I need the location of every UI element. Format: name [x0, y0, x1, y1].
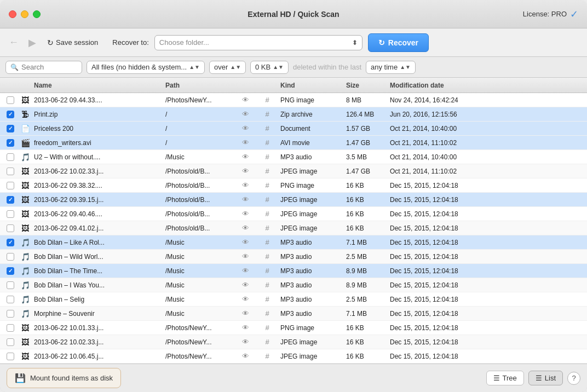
row-hash-11[interactable]: # [256, 252, 278, 261]
header-path[interactable]: Path [163, 82, 234, 89]
row-hash-6[interactable]: # [256, 181, 278, 189]
row-hash-14[interactable]: # [256, 295, 278, 303]
row-checkbox-9[interactable] [2, 224, 19, 232]
size-filter[interactable]: over ▲▼ [209, 61, 246, 74]
row-hash-4[interactable]: # [256, 153, 278, 161]
row-checkbox-1[interactable] [2, 111, 19, 118]
row-eye-11[interactable]: 👁 [234, 252, 256, 261]
row-checkbox-5[interactable] [2, 168, 19, 175]
row-checkbox-8[interactable] [2, 210, 19, 218]
row-checkbox-3[interactable] [2, 139, 19, 147]
table-row[interactable]: 🎬 freedom_writers.avi / 👁 # AVI movie 1.… [0, 136, 587, 150]
row-checkbox-11[interactable] [2, 253, 19, 261]
row-checkbox-18[interactable] [2, 353, 19, 360]
table-row[interactable]: 🖼 2013-06-22 10.01.33.j... /Photos/NewY.… [0, 321, 587, 335]
row-eye-5[interactable]: 👁 [234, 167, 256, 175]
header-name[interactable]: Name [32, 82, 163, 89]
table-row[interactable]: 🖼 2013-06-22 09.38.32.... /Photos/old/B.… [0, 178, 587, 193]
row-hash-9[interactable]: # [256, 224, 278, 232]
table-row[interactable]: 🎵 Morphine – Souvenir /Music 👁 # MP3 aud… [0, 307, 587, 321]
table-row[interactable]: 🎵 Bob Dilan – Like A Rol... /Music 👁 # M… [0, 235, 587, 250]
row-eye-8[interactable]: 👁 [234, 210, 256, 218]
file-type-filter[interactable]: All files (no hidden & system... ▲▼ [87, 61, 205, 74]
table-row[interactable]: 🖼 2013-06-22 09.39.15.j... /Photos/old/B… [0, 193, 587, 207]
row-hash-3[interactable]: # [256, 139, 278, 147]
row-hash-12[interactable]: # [256, 267, 278, 275]
row-eye-3[interactable]: 👁 [234, 139, 256, 147]
size-value-filter[interactable]: 0 KB ▲▼ [250, 61, 289, 74]
row-hash-1[interactable]: # [256, 110, 278, 118]
row-eye-17[interactable]: 👁 [234, 338, 256, 346]
table-row[interactable]: 🖼 2013-06-22 10.06.45.j... /Photos/NewY.… [0, 349, 587, 364]
row-eye-0[interactable]: 👁 [234, 96, 256, 104]
table-row[interactable]: 🎵 Bob Dilan – Selig /Music 👁 # MP3 audio… [0, 292, 587, 307]
row-checkbox-7[interactable] [2, 196, 19, 204]
table-row[interactable]: 🎵 U2 – With or without.... /Music 👁 # MP… [0, 150, 587, 164]
header-size[interactable]: Size [344, 82, 388, 89]
row-checkbox-12[interactable] [2, 267, 19, 275]
row-hash-2[interactable]: # [256, 124, 278, 132]
row-eye-6[interactable]: 👁 [234, 181, 256, 189]
row-checkbox-14[interactable] [2, 296, 19, 303]
play-button[interactable]: ▶ [26, 36, 38, 50]
row-hash-10[interactable]: # [256, 238, 278, 246]
row-eye-18[interactable]: 👁 [234, 352, 256, 360]
row-eye-10[interactable]: 👁 [234, 238, 256, 246]
row-checkbox-2[interactable] [2, 125, 19, 132]
row-checkbox-17[interactable] [2, 338, 19, 346]
row-eye-7[interactable]: 👁 [234, 195, 256, 204]
search-input[interactable] [21, 63, 65, 71]
table-row[interactable]: 🎵 Bob Dilan – Wild Worl... /Music 👁 # MP… [0, 250, 587, 264]
row-hash-8[interactable]: # [256, 210, 278, 218]
close-button[interactable] [9, 10, 16, 18]
row-path-4: /Music [163, 153, 234, 161]
row-checkbox-0[interactable] [2, 96, 19, 104]
row-checkbox-13[interactable] [2, 281, 19, 289]
table-row[interactable]: 🖼 2013-06-22 10.02.33.j... /Photos/old/B… [0, 164, 587, 178]
table-row[interactable]: 🖼 2013-06-22 09.40.46.... /Photos/old/B.… [0, 207, 587, 221]
table-row[interactable]: 🗜 Print.zip / 👁 # Zip archive 126.4 MB J… [0, 107, 587, 122]
back-button[interactable]: ← [7, 36, 21, 49]
row-eye-14[interactable]: 👁 [234, 295, 256, 303]
row-hash-13[interactable]: # [256, 281, 278, 289]
header-modified[interactable]: Modification date [388, 82, 585, 89]
row-eye-15[interactable]: 👁 [234, 309, 256, 318]
row-eye-13[interactable]: 👁 [234, 281, 256, 289]
save-session-button[interactable]: ↻ Save session [44, 36, 101, 49]
row-hash-16[interactable]: # [256, 324, 278, 332]
help-button[interactable]: ? [567, 372, 580, 385]
row-hash-7[interactable]: # [256, 195, 278, 204]
row-hash-15[interactable]: # [256, 309, 278, 318]
row-hash-0[interactable]: # [256, 96, 278, 104]
list-view-button[interactable]: ☰ List [528, 371, 563, 385]
header-kind[interactable]: Kind [278, 82, 344, 89]
table-row[interactable]: 🖼 2013-06-22 09.44.33.... /Photos/NewY..… [0, 93, 587, 107]
row-hash-18[interactable]: # [256, 352, 278, 360]
row-checkbox-6[interactable] [2, 182, 19, 189]
minimize-button[interactable] [21, 10, 28, 18]
time-filter[interactable]: any time ▲▼ [366, 61, 416, 74]
table-row[interactable]: 📄 Priceless 200 / 👁 # Document 1.57 GB O… [0, 122, 587, 136]
folder-select[interactable]: Choose folder... ⬍ [154, 35, 362, 50]
recover-button[interactable]: ↻ Recover [368, 33, 429, 52]
row-checkbox-10[interactable] [2, 239, 19, 246]
search-box[interactable]: 🔍 [5, 61, 82, 74]
table-row[interactable]: 🎵 Bob Dilan – The Time... /Music 👁 # MP3… [0, 264, 587, 278]
mount-button[interactable]: 💾 Mount found items as disk [7, 368, 121, 388]
row-checkbox-15[interactable] [2, 310, 19, 318]
row-eye-4[interactable]: 👁 [234, 153, 256, 161]
row-checkbox-16[interactable] [2, 324, 19, 332]
table-row[interactable]: 🎵 Bob Dilan – I Was You... /Music 👁 # MP… [0, 278, 587, 292]
table-row[interactable]: 🖼 2013-06-22 09.41.02.j... /Photos/old/B… [0, 221, 587, 235]
row-eye-1[interactable]: 👁 [234, 110, 256, 118]
maximize-button[interactable] [33, 10, 41, 18]
row-eye-2[interactable]: 👁 [234, 124, 256, 132]
tree-view-button[interactable]: ☰ Tree [486, 371, 524, 385]
row-eye-12[interactable]: 👁 [234, 267, 256, 275]
row-eye-16[interactable]: 👁 [234, 324, 256, 332]
row-hash-17[interactable]: # [256, 338, 278, 346]
table-row[interactable]: 🖼 2013-06-22 10.02.33.j... /Photos/NewY.… [0, 335, 587, 349]
row-hash-5[interactable]: # [256, 167, 278, 175]
row-checkbox-4[interactable] [2, 153, 19, 161]
row-eye-9[interactable]: 👁 [234, 224, 256, 232]
